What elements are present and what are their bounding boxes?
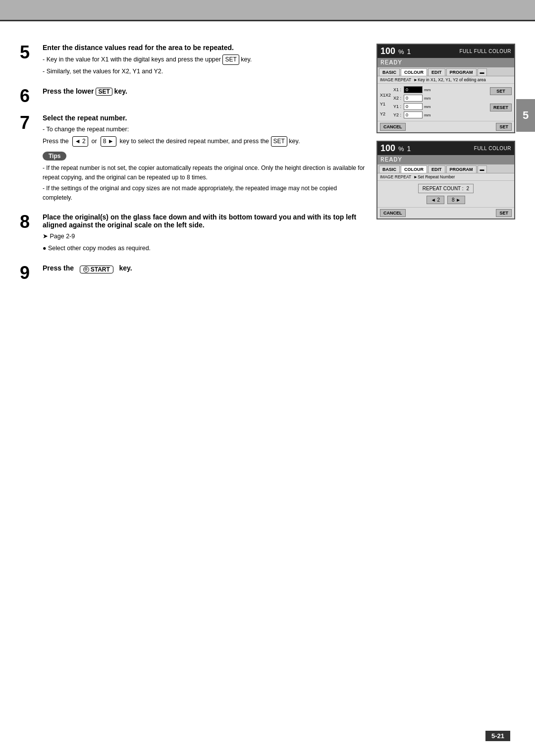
top-bar: [0, 0, 535, 20]
panel-1-tabs: BASIC COLOUR EDIT PROGRAM ▬: [377, 67, 514, 76]
coord-y2: Y2 : 0 mm: [393, 111, 488, 118]
panel-2-body: REPEAT COUNT : 2 ◄ 2 8 ►: [377, 181, 514, 207]
step-7-sub: - To change the repeat number:: [43, 125, 367, 134]
tab-program-1[interactable]: PROGRAM: [446, 68, 477, 76]
x1x2-label: X1X2: [380, 93, 391, 98]
step-7-detail: Press the ◄ 2 or 8 ► key to select the d…: [43, 136, 367, 147]
panel-1: 100 % 1 FULL FULL COLOUR READY BASIC COL…: [376, 44, 515, 133]
panel-2-full-colour: FULL COLOUR: [474, 146, 511, 151]
step-8-content: Place the original(s) on the glass face …: [43, 213, 367, 255]
panel-1-header: 100 % 1 FULL FULL COLOUR: [377, 45, 514, 58]
step-5-title: Enter the distance values read for the a…: [43, 44, 367, 52]
btn-set-footer-1[interactable]: SET: [496, 123, 512, 131]
page-number: 5-21: [485, 731, 510, 741]
y2-label: Y2: [380, 111, 391, 116]
tips-item-1: - If the repeat number is not set, the c…: [43, 163, 367, 182]
panel-2-ready: READY: [377, 155, 514, 164]
step-6-content: Press the lower SET key.: [43, 87, 367, 105]
step-6: 6 Press the lower SET key.: [20, 87, 367, 105]
panel-2-pct-sym: %: [398, 145, 404, 153]
btn-set-2[interactable]: SET: [496, 209, 512, 217]
step-5-body: - Key in the value for X1 with the digit…: [43, 54, 367, 76]
step-9-title: Press the ⊙ START key.: [43, 264, 367, 273]
panel-1-body: X1X2 Y1 Y2 X1 : 0 mm: [377, 84, 514, 121]
coord-area: X1X2 Y1 Y2 X1 : 0 mm: [380, 86, 512, 118]
panel-2-tabs: BASIC COLOUR EDIT PROGRAM ▬: [377, 164, 514, 173]
tab-basic-2[interactable]: BASIC: [379, 165, 400, 173]
right-tab-bar: 5: [516, 99, 535, 132]
tab-basic-1[interactable]: BASIC: [379, 68, 400, 76]
divider: [0, 20, 535, 21]
coord-x2: X2 : 0 mm: [393, 95, 488, 102]
coord-y1: Y1 : 0 mm: [393, 103, 488, 110]
panel-2-count: 1: [407, 145, 411, 153]
step-7-body: - To change the repeat number: Press the…: [43, 125, 367, 147]
input-x1[interactable]: 0: [404, 86, 423, 93]
step-8-arrow: ➤ Page 2-9: [43, 232, 367, 241]
tab-colour-2[interactable]: COLOUR: [401, 165, 427, 173]
tab-icon-1[interactable]: ▬: [478, 68, 487, 76]
tab-edit-2[interactable]: EDIT: [428, 165, 445, 173]
step-5-bullet-2: - Similarly, set the values for X2, Y1 a…: [43, 67, 367, 76]
coord-x1: X1 : 0 mm: [393, 86, 488, 93]
panel-1-sub: IMAGE REPEAT ►Key in X1, X2, Y1, Y2 of e…: [377, 76, 514, 84]
right-tab-number: 5: [523, 109, 529, 122]
input-y1[interactable]: 0: [404, 103, 423, 110]
btn-set-1[interactable]: SET: [490, 87, 512, 95]
page: 5 Enter the distance values read for the…: [0, 0, 535, 756]
set-key-3: SET: [271, 136, 287, 147]
panel-2-pct: 100: [380, 143, 395, 154]
step-5-number: 5: [20, 44, 38, 78]
btn-cancel-1[interactable]: CANCEL: [380, 123, 406, 131]
arrow-btns: ◄ 2 8 ►: [427, 196, 466, 204]
panel-1-pct-sym: %: [398, 48, 404, 55]
left-column: 5 Enter the distance values read for the…: [20, 44, 367, 291]
panel-1-count: 1: [407, 48, 411, 55]
input-y2[interactable]: 0: [404, 111, 423, 118]
start-icon: ⊙: [83, 267, 89, 272]
panel-1-footer: CANCEL SET: [377, 121, 514, 132]
step-6-title: Press the lower SET key.: [43, 87, 367, 96]
tab-icon-2[interactable]: ▬: [478, 165, 487, 173]
repeat-count-box: REPEAT COUNT : 2: [418, 184, 474, 193]
tab-edit-1[interactable]: EDIT: [428, 68, 445, 76]
step-5-bullet-1: - Key in the value for X1 with the digit…: [43, 54, 367, 65]
set-key-1: SET: [222, 54, 239, 65]
tab-colour-1[interactable]: COLOUR: [401, 68, 427, 76]
step-7-title: Select the repeat number.: [43, 114, 367, 122]
coord-fields: X1 : 0 mm X2 : 0 mm Y1 :: [393, 86, 488, 118]
tips-item-2: - If the settings of the original and co…: [43, 184, 367, 202]
step-9-number: 9: [20, 264, 38, 282]
step-7: 7 Select the repeat number. - To change …: [20, 114, 367, 204]
btn-reset-1[interactable]: RESET: [490, 104, 512, 111]
panel-1-ready: READY: [377, 58, 514, 67]
step-8: 8 Place the original(s) on the glass fac…: [20, 213, 367, 255]
btn-right-8[interactable]: 8 ►: [447, 196, 465, 204]
step-6-number: 6: [20, 87, 38, 105]
panel-1-header-left: 100 % 1: [380, 46, 411, 56]
start-key-label: START: [91, 266, 110, 273]
set-key-2: SET: [96, 88, 112, 96]
step-8-bullet: ● Select other copy modes as required.: [43, 244, 367, 253]
panel-1-full-colour: FULL FULL COLOUR: [459, 49, 511, 54]
btn-left-2[interactable]: ◄ 2: [427, 196, 444, 204]
step-9-suffix: key.: [119, 264, 132, 272]
step-9-content: Press the ⊙ START key.: [43, 264, 367, 282]
panel-2-header: 100 % 1 FULL COLOUR: [377, 142, 514, 155]
coord-right-btns: SET RESET: [490, 86, 512, 111]
panel-2-header-left: 100 % 1: [380, 143, 411, 154]
tips-content: - If the repeat number is not set, the c…: [43, 163, 367, 202]
step-7-number: 7: [20, 114, 38, 204]
start-key: ⊙ START: [80, 266, 113, 273]
input-x2[interactable]: 0: [404, 95, 423, 102]
panel-2-footer: CANCEL SET: [377, 207, 514, 218]
key-right-8: 8 ►: [101, 136, 116, 147]
tips-label: Tips: [43, 152, 66, 161]
step-7-content: Select the repeat number. - To change th…: [43, 114, 367, 204]
coord-left: X1X2 Y1 Y2: [380, 86, 391, 118]
panel-2: 100 % 1 FULL COLOUR READY BASIC COLOUR E…: [376, 141, 515, 219]
btn-cancel-2[interactable]: CANCEL: [380, 209, 406, 217]
y1-label: Y1: [380, 102, 391, 107]
tab-program-2[interactable]: PROGRAM: [446, 165, 477, 173]
panel-2-sub: IMAGE REPEAT ►Set Repeat Number: [377, 173, 514, 181]
